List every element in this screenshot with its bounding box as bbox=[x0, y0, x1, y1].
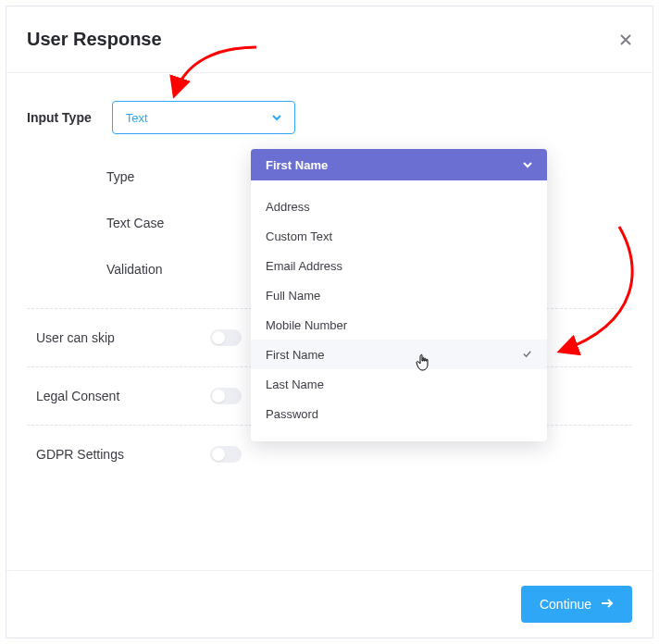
chevron-down-icon bbox=[523, 158, 532, 172]
type-label: Type bbox=[106, 169, 245, 184]
dropdown-item-first-name[interactable]: First Name bbox=[251, 340, 547, 369]
gdpr-settings-label: GDPR Settings bbox=[36, 447, 210, 462]
dropdown-item-mobile-number[interactable]: Mobile Number bbox=[251, 310, 547, 340]
gdpr-settings-toggle[interactable] bbox=[210, 446, 242, 463]
input-type-select[interactable]: Text bbox=[112, 101, 295, 134]
user-can-skip-label: User can skip bbox=[36, 330, 210, 345]
text-case-label: Text Case bbox=[106, 216, 245, 230]
continue-button[interactable]: Continue bbox=[521, 586, 632, 623]
dropdown-item-email-address[interactable]: Email Address bbox=[251, 251, 547, 280]
type-dropdown-list: Address Custom Text Email Address Full N… bbox=[251, 180, 547, 441]
dropdown-item-password[interactable]: Password bbox=[251, 399, 547, 428]
dropdown-item-custom-text[interactable]: Custom Text bbox=[251, 221, 547, 251]
input-type-label: Input Type bbox=[27, 110, 92, 125]
input-type-value: Text bbox=[126, 111, 148, 125]
arrow-right-icon bbox=[601, 597, 614, 612]
validation-label: Validation bbox=[106, 262, 245, 277]
modal-header: User Response bbox=[6, 6, 653, 73]
modal-title: User Response bbox=[27, 29, 162, 50]
user-can-skip-toggle[interactable] bbox=[210, 329, 242, 346]
dropdown-item-full-name[interactable]: Full Name bbox=[251, 280, 547, 310]
continue-label: Continue bbox=[540, 597, 591, 612]
input-type-row: Input Type Text bbox=[27, 101, 632, 134]
legal-consent-toggle[interactable] bbox=[210, 388, 242, 404]
dropdown-item-address[interactable]: Address bbox=[251, 192, 547, 221]
type-dropdown-header[interactable]: First Name bbox=[251, 149, 547, 180]
chevron-down-icon bbox=[272, 109, 281, 126]
user-response-modal: User Response Input Type Text Type Text … bbox=[6, 6, 653, 638]
close-icon[interactable] bbox=[619, 33, 632, 46]
modal-body: Input Type Text Type Text Case Validatio… bbox=[6, 73, 653, 570]
modal-footer: Continue bbox=[6, 570, 653, 638]
dropdown-item-last-name[interactable]: Last Name bbox=[251, 369, 547, 399]
legal-consent-label: Legal Consent bbox=[36, 389, 210, 403]
check-icon bbox=[522, 348, 532, 362]
type-dropdown-selected: First Name bbox=[266, 158, 328, 172]
type-dropdown: First Name Address Custom Text Email Add… bbox=[251, 149, 547, 441]
